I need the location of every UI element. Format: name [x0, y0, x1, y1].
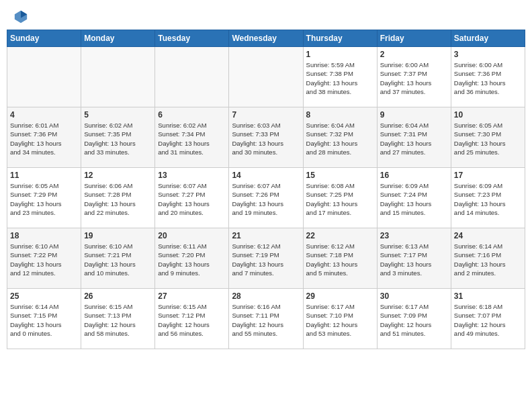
calendar-day-cell: 27 Sunrise: 6:15 AM Sunset: 7:12 PM Dayl…	[155, 289, 229, 349]
day-info: Sunrise: 5:59 AM Sunset: 7:38 PM Dayligh…	[306, 60, 374, 96]
calendar-day-cell: 4 Sunrise: 6:01 AM Sunset: 7:36 PM Dayli…	[7, 107, 81, 168]
day-number: 27	[158, 291, 226, 301]
weekday-header: Monday	[81, 30, 155, 47]
day-number: 23	[380, 231, 448, 240]
day-number: 17	[454, 171, 522, 180]
calendar-day-cell: 9 Sunrise: 6:04 AM Sunset: 7:31 PM Dayli…	[377, 107, 451, 168]
day-info: Sunrise: 6:08 AM Sunset: 7:25 PM Dayligh…	[306, 181, 374, 217]
day-number: 6	[158, 110, 226, 120]
calendar-week-row: 11 Sunrise: 6:05 AM Sunset: 7:29 PM Dayl…	[7, 168, 525, 228]
day-info: Sunrise: 6:07 AM Sunset: 7:26 PM Dayligh…	[232, 181, 300, 217]
day-number: 14	[232, 171, 300, 180]
calendar-day-cell: 3 Sunrise: 6:00 AM Sunset: 7:36 PM Dayli…	[451, 47, 525, 107]
day-info: Sunrise: 6:06 AM Sunset: 7:28 PM Dayligh…	[84, 181, 152, 217]
calendar-day-cell: 5 Sunrise: 6:02 AM Sunset: 7:35 PM Dayli…	[81, 107, 155, 168]
calendar-day-cell: 6 Sunrise: 6:02 AM Sunset: 7:34 PM Dayli…	[155, 107, 229, 168]
calendar-week-row: 1 Sunrise: 5:59 AM Sunset: 7:38 PM Dayli…	[7, 47, 525, 107]
calendar-day-cell: 7 Sunrise: 6:03 AM Sunset: 7:33 PM Dayli…	[229, 107, 303, 168]
day-number: 5	[84, 110, 152, 120]
day-number: 12	[84, 171, 152, 180]
day-number: 29	[306, 291, 374, 301]
logo	[12, 9, 28, 21]
day-number: 24	[454, 231, 522, 240]
calendar-day-cell: 14 Sunrise: 6:07 AM Sunset: 7:26 PM Dayl…	[229, 168, 303, 228]
day-info: Sunrise: 6:13 AM Sunset: 7:17 PM Dayligh…	[380, 242, 448, 277]
calendar-day-cell: 2 Sunrise: 6:00 AM Sunset: 7:37 PM Dayli…	[377, 47, 451, 107]
day-number: 18	[10, 231, 78, 240]
calendar-week-row: 4 Sunrise: 6:01 AM Sunset: 7:36 PM Dayli…	[7, 107, 525, 168]
calendar-day-cell: 30 Sunrise: 6:17 AM Sunset: 7:09 PM Dayl…	[377, 289, 451, 349]
day-number: 22	[306, 231, 374, 240]
calendar-day-cell: 12 Sunrise: 6:06 AM Sunset: 7:28 PM Dayl…	[81, 168, 155, 228]
calendar-day-cell: 8 Sunrise: 6:04 AM Sunset: 7:32 PM Dayli…	[303, 107, 377, 168]
day-info: Sunrise: 6:15 AM Sunset: 7:12 PM Dayligh…	[158, 302, 226, 338]
calendar-day-cell: 20 Sunrise: 6:11 AM Sunset: 7:20 PM Dayl…	[155, 228, 229, 289]
day-info: Sunrise: 6:12 AM Sunset: 7:18 PM Dayligh…	[306, 242, 374, 277]
day-info: Sunrise: 6:09 AM Sunset: 7:23 PM Dayligh…	[454, 181, 522, 217]
day-info: Sunrise: 6:14 AM Sunset: 7:15 PM Dayligh…	[10, 302, 78, 338]
calendar-week-row: 25 Sunrise: 6:14 AM Sunset: 7:15 PM Dayl…	[7, 289, 525, 349]
calendar-day-cell: 19 Sunrise: 6:10 AM Sunset: 7:21 PM Dayl…	[81, 228, 155, 289]
day-info: Sunrise: 6:15 AM Sunset: 7:13 PM Dayligh…	[84, 302, 152, 338]
calendar-day-cell: 10 Sunrise: 6:05 AM Sunset: 7:30 PM Dayl…	[451, 107, 525, 168]
page-header	[7, 7, 525, 24]
day-info: Sunrise: 6:10 AM Sunset: 7:22 PM Dayligh…	[10, 242, 78, 277]
logo-icon	[13, 9, 28, 24]
calendar-day-cell: 22 Sunrise: 6:12 AM Sunset: 7:18 PM Dayl…	[303, 228, 377, 289]
day-number: 31	[454, 291, 522, 301]
day-number: 2	[380, 50, 448, 59]
day-info: Sunrise: 6:07 AM Sunset: 7:27 PM Dayligh…	[158, 181, 226, 217]
calendar-day-cell: 16 Sunrise: 6:09 AM Sunset: 7:24 PM Dayl…	[377, 168, 451, 228]
calendar-day-cell: 15 Sunrise: 6:08 AM Sunset: 7:25 PM Dayl…	[303, 168, 377, 228]
calendar-day-cell: 21 Sunrise: 6:12 AM Sunset: 7:19 PM Dayl…	[229, 228, 303, 289]
day-info: Sunrise: 6:14 AM Sunset: 7:16 PM Dayligh…	[454, 242, 522, 277]
day-number: 4	[10, 110, 78, 120]
day-info: Sunrise: 6:04 AM Sunset: 7:31 PM Dayligh…	[380, 121, 448, 156]
calendar-day-cell: 23 Sunrise: 6:13 AM Sunset: 7:17 PM Dayl…	[377, 228, 451, 289]
day-number: 25	[10, 291, 78, 301]
weekday-header: Thursday	[303, 30, 377, 47]
calendar-day-cell: 17 Sunrise: 6:09 AM Sunset: 7:23 PM Dayl…	[451, 168, 525, 228]
day-info: Sunrise: 6:04 AM Sunset: 7:32 PM Dayligh…	[306, 121, 374, 156]
calendar-day-cell: 29 Sunrise: 6:17 AM Sunset: 7:10 PM Dayl…	[303, 289, 377, 349]
day-info: Sunrise: 6:18 AM Sunset: 7:07 PM Dayligh…	[454, 302, 522, 338]
day-info: Sunrise: 6:00 AM Sunset: 7:37 PM Dayligh…	[380, 60, 448, 96]
calendar-day-cell: 1 Sunrise: 5:59 AM Sunset: 7:38 PM Dayli…	[303, 47, 377, 107]
day-number: 1	[306, 50, 374, 59]
day-info: Sunrise: 6:11 AM Sunset: 7:20 PM Dayligh…	[158, 242, 226, 277]
calendar-day-cell: 18 Sunrise: 6:10 AM Sunset: 7:22 PM Dayl…	[7, 228, 81, 289]
calendar-table: SundayMondayTuesdayWednesdayThursdayFrid…	[7, 30, 525, 349]
day-number: 19	[84, 231, 152, 240]
calendar-day-cell	[229, 47, 303, 107]
calendar-day-cell	[155, 47, 229, 107]
calendar-header-row: SundayMondayTuesdayWednesdayThursdayFrid…	[7, 30, 525, 47]
day-number: 16	[380, 171, 448, 180]
day-number: 11	[10, 171, 78, 180]
day-info: Sunrise: 6:02 AM Sunset: 7:35 PM Dayligh…	[84, 121, 152, 156]
day-info: Sunrise: 6:02 AM Sunset: 7:34 PM Dayligh…	[158, 121, 226, 156]
calendar-day-cell	[7, 47, 81, 107]
day-info: Sunrise: 6:09 AM Sunset: 7:24 PM Dayligh…	[380, 181, 448, 217]
day-info: Sunrise: 6:17 AM Sunset: 7:09 PM Dayligh…	[380, 302, 448, 338]
calendar-day-cell: 28 Sunrise: 6:16 AM Sunset: 7:11 PM Dayl…	[229, 289, 303, 349]
day-number: 26	[84, 291, 152, 301]
day-number: 28	[232, 291, 300, 301]
calendar-day-cell: 13 Sunrise: 6:07 AM Sunset: 7:27 PM Dayl…	[155, 168, 229, 228]
day-info: Sunrise: 6:05 AM Sunset: 7:30 PM Dayligh…	[454, 121, 522, 156]
weekday-header: Wednesday	[229, 30, 303, 47]
calendar-day-cell: 26 Sunrise: 6:15 AM Sunset: 7:13 PM Dayl…	[81, 289, 155, 349]
day-number: 10	[454, 110, 522, 120]
day-info: Sunrise: 6:10 AM Sunset: 7:21 PM Dayligh…	[84, 242, 152, 277]
weekday-header: Friday	[377, 30, 451, 47]
calendar-day-cell: 31 Sunrise: 6:18 AM Sunset: 7:07 PM Dayl…	[451, 289, 525, 349]
day-number: 8	[306, 110, 374, 120]
day-number: 20	[158, 231, 226, 240]
calendar-day-cell: 25 Sunrise: 6:14 AM Sunset: 7:15 PM Dayl…	[7, 289, 81, 349]
calendar-day-cell: 11 Sunrise: 6:05 AM Sunset: 7:29 PM Dayl…	[7, 168, 81, 228]
day-number: 30	[380, 291, 448, 301]
day-info: Sunrise: 6:01 AM Sunset: 7:36 PM Dayligh…	[10, 121, 78, 156]
day-info: Sunrise: 6:03 AM Sunset: 7:33 PM Dayligh…	[232, 121, 300, 156]
day-number: 9	[380, 110, 448, 120]
day-number: 7	[232, 110, 300, 120]
weekday-header: Saturday	[451, 30, 525, 47]
